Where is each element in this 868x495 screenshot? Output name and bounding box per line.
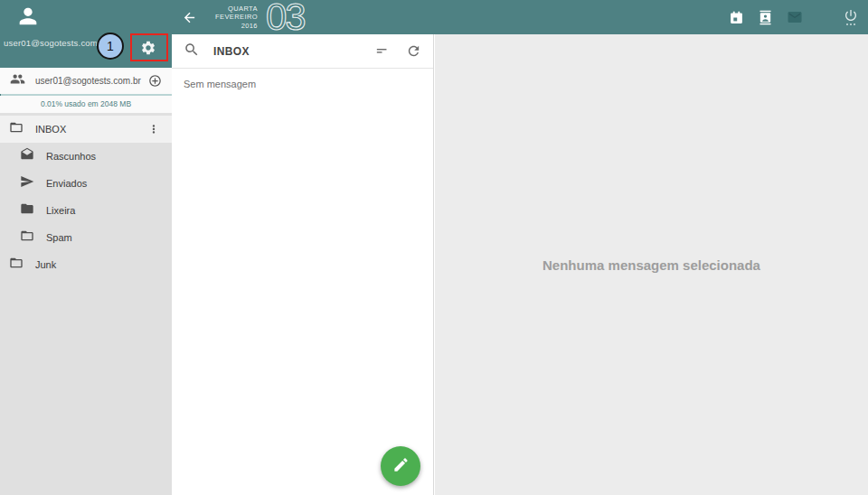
date-block: QUARTA FEVEREIRO 2016 xyxy=(215,5,258,31)
annotation-step-number: 1 xyxy=(107,39,114,53)
empty-list-message: Sem mensagem xyxy=(172,69,433,99)
message-list-toolbar: INBOX xyxy=(172,34,433,69)
svg-text:03: 03 xyxy=(266,0,305,33)
sidebar: user01@sogotests.com.br 1 user01@sogotes… xyxy=(0,0,172,495)
empty-viewer-message: Nenhuma mensagem selecionada xyxy=(542,257,760,273)
folder-row-lixeira[interactable]: Lixeira xyxy=(0,197,172,224)
sidebar-header: user01@sogotests.com.br 1 xyxy=(0,0,172,68)
folder-label: Enviados xyxy=(46,178,87,189)
header-icons xyxy=(729,0,858,34)
folder-outline-icon xyxy=(9,120,24,138)
mailbox-title: INBOX xyxy=(213,45,250,58)
power-icon[interactable] xyxy=(844,8,858,26)
annotation-highlight-box xyxy=(130,33,168,61)
search-icon[interactable] xyxy=(184,42,200,61)
quota-section: 0.01% usado em 2048 MB xyxy=(0,94,172,113)
group-icon xyxy=(10,71,25,90)
folder-row-rascunhos[interactable]: Rascunhos xyxy=(0,143,172,170)
send-icon xyxy=(20,174,34,192)
drafts-icon xyxy=(20,147,34,165)
folder-outline-icon xyxy=(20,229,34,247)
account-row[interactable]: user01@sogotests.com.br xyxy=(0,68,172,94)
quota-label: 0.01% usado em 2048 MB xyxy=(0,99,172,108)
folder-list: INBOX Rascunhos Enviados Lixeira xyxy=(0,113,172,278)
mail-icon[interactable] xyxy=(787,9,803,25)
folder-outline-icon xyxy=(9,256,24,274)
person-avatar-icon xyxy=(15,4,41,33)
account-email-label: user01@sogotests.com.br xyxy=(35,76,141,86)
folder-row-inbox[interactable]: INBOX xyxy=(0,116,172,143)
date-year: 2016 xyxy=(215,22,258,31)
compose-pencil-icon xyxy=(392,456,410,477)
folder-row-enviados[interactable]: Enviados xyxy=(0,170,172,197)
compose-button[interactable] xyxy=(381,446,420,486)
calendar-icon[interactable] xyxy=(729,10,744,25)
user-email-label: user01@sogotests.com.br xyxy=(4,38,108,48)
sort-icon[interactable] xyxy=(374,43,390,59)
folder-filled-icon xyxy=(20,201,34,219)
folder-label: INBOX xyxy=(35,124,66,135)
annotation-step-marker: 1 xyxy=(97,33,124,60)
folder-label: Rascunhos xyxy=(46,151,96,162)
arrow-back-icon[interactable] xyxy=(182,10,197,25)
folder-row-spam[interactable]: Spam xyxy=(0,224,172,251)
main-header: QUARTA FEVEREIRO 2016 03 xyxy=(172,0,868,34)
date-month: FEVEREIRO xyxy=(215,13,258,22)
message-list-panel: INBOX Sem mensagem xyxy=(172,34,434,495)
message-viewer-panel: Nenhuma mensagem selecionada xyxy=(435,34,868,495)
more-vert-icon[interactable] xyxy=(147,123,160,135)
power-dots xyxy=(845,23,856,26)
refresh-icon[interactable] xyxy=(406,43,421,59)
folder-label: Lixeira xyxy=(46,205,75,216)
folder-label: Junk xyxy=(35,259,56,270)
date-weekday: QUARTA xyxy=(215,5,258,14)
quota-progress-bar xyxy=(0,94,172,96)
add-circle-icon[interactable] xyxy=(148,74,162,88)
date-day-number: 03 xyxy=(264,0,315,37)
folder-label: Spam xyxy=(46,232,72,243)
folder-row-junk[interactable]: Junk xyxy=(0,251,172,278)
contacts-icon[interactable] xyxy=(758,10,773,25)
